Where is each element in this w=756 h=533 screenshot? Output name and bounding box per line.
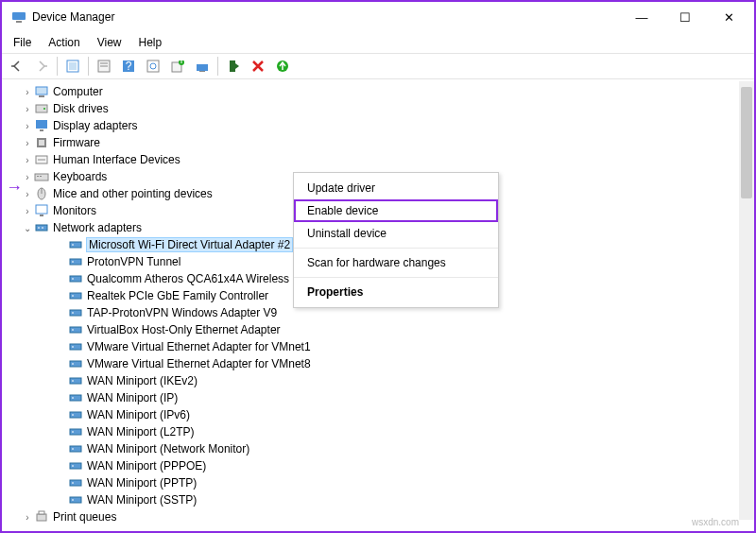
- tree-item[interactable]: ›Disk drives: [13, 100, 754, 117]
- chevron-right-icon[interactable]: ›: [21, 138, 34, 148]
- maximize-button[interactable]: ☐: [663, 3, 707, 31]
- svg-rect-3: [69, 62, 77, 70]
- svg-rect-28: [35, 174, 48, 181]
- svg-rect-71: [39, 511, 44, 514]
- chevron-right-icon[interactable]: ›: [21, 104, 34, 114]
- svg-text:+: +: [178, 59, 184, 67]
- svg-rect-20: [36, 105, 47, 112]
- context-menu-item[interactable]: Uninstall device: [294, 222, 498, 245]
- chevron-right-icon[interactable]: ›: [21, 512, 34, 523]
- back-button[interactable]: [6, 55, 28, 77]
- chevron-right-icon[interactable]: ›: [21, 189, 34, 199]
- svg-rect-25: [39, 140, 44, 146]
- tree-item[interactable]: ›Display adapters: [13, 117, 754, 134]
- network-adapter-icon: [68, 458, 83, 473]
- chevron-right-icon[interactable]: ›: [21, 87, 34, 97]
- device-category-icon: [34, 220, 49, 235]
- context-menu-item[interactable]: Update driver: [294, 177, 498, 199]
- svg-rect-15: [199, 71, 205, 72]
- svg-rect-46: [70, 310, 81, 316]
- device-category-icon: [34, 152, 49, 167]
- tree-item-label: VMware Virtual Ethernet Adapter for VMne…: [87, 357, 311, 370]
- tree-item-label: Keyboards: [53, 170, 107, 183]
- tree-item-label: VMware Virtual Ethernet Adapter for VMne…: [87, 340, 311, 353]
- scrollbar-thumb[interactable]: [741, 87, 752, 198]
- svg-rect-22: [36, 120, 47, 129]
- tree-item[interactable]: ›Print queues: [13, 508, 754, 525]
- tree-item[interactable]: WAN Miniport (IPv6): [13, 406, 754, 423]
- svg-rect-34: [40, 215, 43, 216]
- window-title: Device Manager: [32, 10, 114, 24]
- svg-rect-23: [40, 129, 43, 131]
- tree-item[interactable]: ›Human Interface Devices: [13, 151, 754, 168]
- help-button[interactable]: ?: [117, 55, 140, 77]
- tree-item[interactable]: ›Computer: [13, 83, 754, 100]
- chevron-right-icon[interactable]: ›: [21, 206, 34, 216]
- svg-rect-42: [70, 276, 81, 282]
- chevron-right-icon[interactable]: ›: [21, 172, 34, 182]
- tree-item-label: WAN Miniport (SSTP): [87, 493, 197, 507]
- menu-action[interactable]: Action: [41, 34, 87, 51]
- tree-item[interactable]: VMware Virtual Ethernet Adapter for VMne…: [13, 338, 754, 355]
- svg-point-21: [43, 108, 45, 110]
- tree-item-label: WAN Miniport (L2TP): [87, 425, 195, 438]
- tree-item[interactable]: WAN Miniport (L2TP): [13, 423, 754, 440]
- device-category-icon: [34, 118, 49, 133]
- tree-item[interactable]: ›Firmware: [13, 134, 754, 151]
- add-legacy-button[interactable]: +: [166, 55, 189, 77]
- network-adapter-icon: [68, 475, 83, 490]
- show-hidden-button[interactable]: [61, 55, 84, 77]
- tree-item[interactable]: WAN Miniport (Network Monitor): [13, 440, 754, 457]
- enable-button[interactable]: [222, 55, 245, 77]
- menu-view[interactable]: View: [90, 34, 129, 51]
- menu-file[interactable]: File: [6, 34, 39, 51]
- network-adapter-icon: [68, 339, 83, 354]
- tree-item[interactable]: VMware Virtual Ethernet Adapter for VMne…: [13, 355, 754, 372]
- svg-text:?: ?: [126, 60, 132, 73]
- svg-rect-70: [37, 514, 46, 521]
- close-button[interactable]: ✕: [707, 3, 750, 31]
- tree-item[interactable]: WAN Miniport (PPPOE): [13, 457, 754, 474]
- network-adapter-icon: [68, 407, 83, 422]
- update-driver-button[interactable]: [191, 55, 214, 77]
- svg-rect-66: [70, 480, 81, 486]
- context-menu-item[interactable]: Scan for hardware changes: [294, 251, 498, 274]
- svg-point-10: [150, 63, 156, 69]
- menu-separator: [294, 248, 498, 249]
- annotation-arrow-icon: →: [6, 178, 23, 198]
- svg-rect-62: [70, 446, 81, 452]
- uninstall-button[interactable]: [247, 55, 269, 77]
- menu-help[interactable]: Help: [131, 34, 170, 51]
- network-adapter-icon: [68, 322, 83, 337]
- tree-item-label: WAN Miniport (Network Monitor): [87, 442, 249, 456]
- chevron-right-icon[interactable]: ›: [21, 121, 34, 131]
- network-adapter-icon: [68, 271, 83, 286]
- svg-rect-50: [70, 344, 81, 350]
- device-category-icon: [34, 84, 49, 99]
- chevron-down-icon[interactable]: ⌄: [21, 223, 34, 233]
- properties-button[interactable]: [93, 55, 115, 77]
- scan-button[interactable]: [142, 55, 164, 77]
- menubar: File Action View Help: [2, 32, 754, 53]
- svg-rect-33: [36, 205, 47, 214]
- svg-rect-48: [70, 327, 81, 333]
- tree-item[interactable]: WAN Miniport (IKEv2): [13, 372, 754, 389]
- tree-item[interactable]: WAN Miniport (IP): [13, 389, 754, 406]
- scrollbar[interactable]: [739, 81, 754, 520]
- tree-item[interactable]: WAN Miniport (PPTP): [13, 474, 754, 491]
- network-adapter-icon: [68, 492, 83, 507]
- toolbar: ? +: [2, 53, 754, 79]
- network-adapter-icon: [68, 356, 83, 371]
- context-menu-item[interactable]: Properties: [294, 281, 498, 303]
- scan-hardware-button[interactable]: [271, 55, 294, 77]
- chevron-right-icon[interactable]: ›: [21, 155, 34, 165]
- tree-item[interactable]: WAN Miniport (SSTP): [13, 491, 754, 508]
- device-category-icon: [34, 135, 49, 150]
- context-menu-item[interactable]: Enable device: [294, 199, 498, 222]
- forward-button[interactable]: [30, 55, 53, 77]
- svg-rect-0: [12, 12, 26, 20]
- svg-rect-68: [70, 497, 81, 503]
- app-icon: [11, 9, 26, 25]
- tree-item[interactable]: VirtualBox Host-Only Ethernet Adapter: [13, 321, 754, 338]
- minimize-button[interactable]: —: [620, 3, 663, 31]
